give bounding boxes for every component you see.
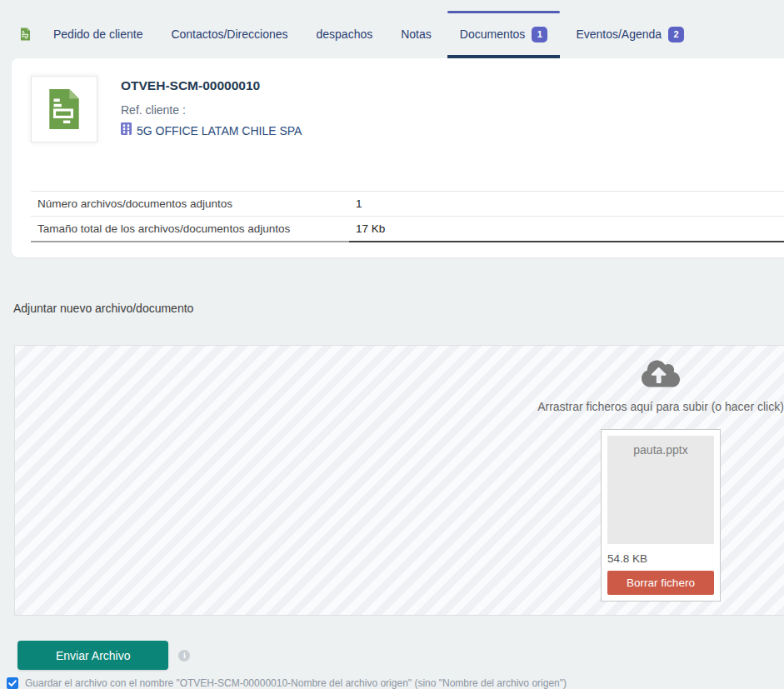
tab-pedido-de-cliente[interactable]: Pedido de cliente — [39, 0, 157, 58]
order-document-icon — [20, 0, 31, 58]
tab-label: Contactos/Direcciones — [171, 27, 287, 41]
page-title: OTVEH-SCM-00000010 — [121, 78, 302, 93]
tab-label: Notas — [401, 27, 432, 41]
order-thumbnail[interactable] — [31, 76, 97, 142]
tab-notas[interactable]: Notas — [387, 0, 446, 58]
row-label: Número archivos/documentos adjuntos — [31, 192, 349, 217]
documents-count-badge: 1 — [532, 27, 547, 42]
file-size: 54.8 KB — [607, 552, 714, 566]
file-dropzone[interactable]: Arrastrar ficheros aquí para subir (o ha… — [14, 345, 784, 616]
attachments-summary-table: Número archivos/documentos adjuntos 1 Ta… — [31, 191, 784, 242]
save-name-option: Guardar el archivo con el nombre "OTVEH-… — [7, 677, 784, 689]
upload-actions: Enviar Archivo i — [17, 641, 784, 670]
info-icon[interactable]: i — [178, 650, 190, 662]
file-name: pauta.pptx — [633, 443, 687, 457]
tab-despachos[interactable]: despachos — [302, 0, 387, 58]
tab-label: Documentos — [460, 27, 526, 41]
tab-bar: Pedido de cliente Contactos/Direcciones … — [0, 0, 784, 58]
rename-checkbox-label: Guardar el archivo con el nombre "OTVEH-… — [25, 677, 567, 689]
attach-section-title: Adjuntar nuevo archivo/documento — [13, 302, 784, 315]
dropzone-hint: Arrastrar ficheros aquí para subir (o ha… — [537, 400, 784, 413]
card-header: OTVEH-SCM-00000010 Ref. cliente : 5G OFF… — [31, 76, 784, 145]
card-header-text: OTVEH-SCM-00000010 Ref. cliente : 5G OFF… — [121, 76, 302, 145]
building-icon — [121, 122, 132, 138]
tab-label: Pedido de cliente — [53, 27, 142, 41]
tab-eventos-agenda[interactable]: Eventos/Agenda 2 — [562, 0, 698, 58]
file-thumbnail: pauta.pptx — [607, 436, 714, 544]
delete-file-button[interactable]: Borrar fichero — [607, 571, 714, 595]
row-value: 1 — [349, 192, 784, 217]
row-value: 17 Kb — [349, 217, 784, 242]
company-line: 5G OFFICE LATAM CHILE SPA — [121, 122, 302, 138]
company-link[interactable]: 5G OFFICE LATAM CHILE SPA — [137, 124, 302, 137]
tab-contactos-direcciones[interactable]: Contactos/Direcciones — [157, 0, 302, 58]
order-document-icon-large — [47, 88, 82, 130]
events-count-badge: 2 — [668, 27, 684, 42]
table-row: Tamaño total de los archivos/documentos … — [31, 217, 784, 242]
tab-label: despachos — [316, 27, 372, 41]
ref-client-label: Ref. cliente : — [121, 103, 302, 117]
rename-checkbox[interactable] — [7, 677, 18, 689]
tab-label: Eventos/Agenda — [576, 27, 662, 41]
table-row: Número archivos/documentos adjuntos 1 — [31, 192, 784, 217]
cloud-upload-icon — [642, 358, 680, 392]
tab-documentos[interactable]: Documentos 1 — [446, 0, 562, 58]
file-preview-card: pauta.pptx 54.8 KB Borrar fichero — [601, 429, 721, 602]
row-label: Tamaño total de los archivos/documentos … — [31, 217, 349, 242]
document-summary-card: OTVEH-SCM-00000010 Ref. cliente : 5G OFF… — [12, 58, 784, 257]
send-file-button[interactable]: Enviar Archivo — [17, 641, 168, 670]
